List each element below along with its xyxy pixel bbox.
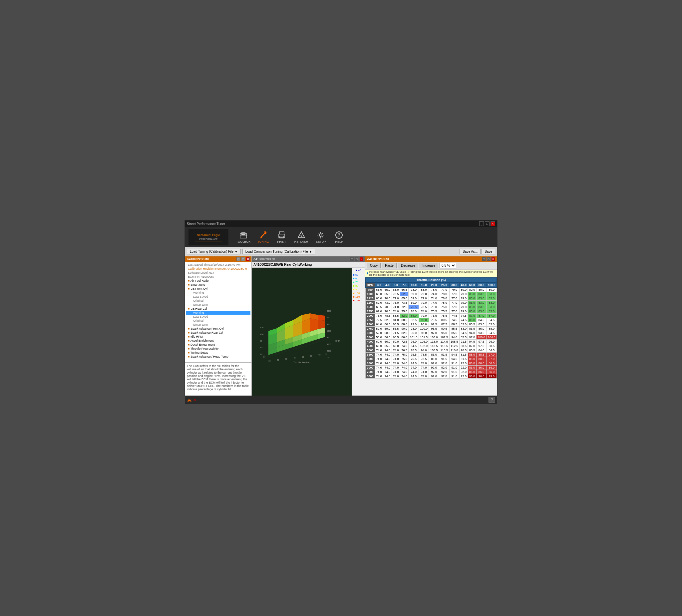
data-cell[interactable]: 83.0 xyxy=(468,309,476,314)
decrease-button[interactable]: Decrease xyxy=(398,263,418,268)
data-cell[interactable]: 118.0 xyxy=(429,340,439,344)
load-comparison-button[interactable]: Load Comparison Tuning (Calibration) Fil… xyxy=(243,249,315,254)
data-cell[interactable]: 83.0 xyxy=(486,322,497,327)
data-cell[interactable]: 90.0 xyxy=(400,327,409,331)
data-cell[interactable]: 80.0 xyxy=(476,288,486,292)
data-cell[interactable]: 95.0 xyxy=(439,331,449,335)
data-cell[interactable]: 83.0 xyxy=(468,292,476,296)
data-cell[interactable]: 81.0 xyxy=(392,318,400,322)
data-cell[interactable]: 59.0 xyxy=(374,327,383,331)
data-cell[interactable]: 60.5 xyxy=(392,335,400,340)
table-row[interactable]: 400060.060.060.072.596.0106.0118.0114.51… xyxy=(366,340,497,344)
data-cell[interactable]: 74.0 xyxy=(392,361,400,366)
data-cell[interactable]: 75.5 xyxy=(429,318,439,322)
data-cell[interactable]: 81.5 xyxy=(459,357,468,361)
data-cell[interactable]: 92.0 xyxy=(439,374,449,379)
data-cell[interactable]: 86.5 xyxy=(392,327,400,331)
data-cell[interactable]: 90.5 xyxy=(439,327,449,331)
right-ctrl-1[interactable]: □ xyxy=(482,257,486,261)
right-ctrl-close[interactable]: ✕ xyxy=(491,257,495,261)
data-cell[interactable]: 50.0 xyxy=(374,335,383,340)
data-cell[interactable]: 52.0 xyxy=(374,331,383,335)
data-cell[interactable]: 74.0 xyxy=(400,370,409,374)
data-cell[interactable]: 65.0 xyxy=(374,292,383,296)
tree-item-ve-front-smart[interactable]: -Smart tune xyxy=(186,303,250,307)
data-cell[interactable]: 74.0 xyxy=(383,348,392,352)
data-cell[interactable]: 78.0 xyxy=(439,292,449,296)
data-cell[interactable]: 74.0 xyxy=(409,366,419,370)
data-cell[interactable]: 74.0 xyxy=(374,374,383,379)
data-cell[interactable]: 80.5 xyxy=(400,318,409,322)
data-cell[interactable]: 79.0 xyxy=(418,301,429,305)
data-cell[interactable]: 75.5 xyxy=(409,352,419,357)
data-cell[interactable]: 86.0 xyxy=(476,361,486,366)
data-cell[interactable]: 116.5 xyxy=(439,344,449,348)
tree-item-ve-rear-working[interactable]: -Working xyxy=(186,311,250,315)
data-cell[interactable]: 79.0 xyxy=(459,305,468,309)
data-cell[interactable]: 74.0 xyxy=(383,366,392,370)
data-cell[interactable]: 69.0 xyxy=(409,296,419,301)
data-cell[interactable]: 74.0 xyxy=(429,292,439,296)
data-cell[interactable]: 94.0 xyxy=(468,331,476,335)
data-cell[interactable]: 74.0 xyxy=(374,357,383,361)
data-cell[interactable]: 78.5 xyxy=(418,352,429,357)
data-cell[interactable]: 77.0 xyxy=(439,288,449,292)
data-cell[interactable]: 91.0 xyxy=(449,370,459,374)
tree-item-afr[interactable]: ■ Air-Fuel Ratio xyxy=(186,279,250,283)
data-cell[interactable]: 59.0 xyxy=(383,327,392,331)
data-cell[interactable]: 114.5 xyxy=(439,340,449,344)
data-cell[interactable]: 94.0 xyxy=(449,335,459,340)
data-cell[interactable]: 74.0 xyxy=(383,374,392,379)
data-cell[interactable]: 88.5 xyxy=(476,352,486,357)
data-cell[interactable]: 93.5 xyxy=(476,331,486,335)
table-row[interactable]: 100065.065.073.562.569.079.074.078.077.0… xyxy=(366,292,497,296)
data-cell[interactable]: 72.5 xyxy=(374,318,383,322)
data-cell[interactable]: 96.0 xyxy=(486,340,497,344)
minimize-button[interactable]: _ xyxy=(479,222,484,226)
data-cell[interactable]: 65.0 xyxy=(374,344,383,348)
data-cell[interactable]: 82.5 xyxy=(400,331,409,335)
data-cell[interactable]: 90.5 xyxy=(459,348,468,352)
data-cell[interactable]: 81.5 xyxy=(459,352,468,357)
data-cell[interactable]: 74.0 xyxy=(374,348,383,352)
table-row[interactable]: 125062.073.076.073.569.079.074.078.077.0… xyxy=(366,301,497,305)
data-cell[interactable]: 83.0 xyxy=(486,292,497,296)
tree-item-spark-rear[interactable]: ■ Spark Advance Rear Cyl xyxy=(186,330,250,335)
data-cell[interactable]: 86.0 xyxy=(468,318,476,322)
data-cell[interactable]: 86.0 xyxy=(409,314,419,318)
help-btn[interactable]: ? xyxy=(488,397,495,403)
data-cell[interactable]: 103.0 xyxy=(429,335,439,340)
data-cell[interactable]: 77.0 xyxy=(449,309,459,314)
data-cell[interactable]: 84.5 xyxy=(459,331,468,335)
data-cell[interactable]: 83.5 xyxy=(468,322,476,327)
paste-button[interactable]: Paste xyxy=(382,263,396,268)
data-cell[interactable]: 105.5 xyxy=(429,348,439,352)
data-cell[interactable]: 94.0 xyxy=(418,348,429,352)
table-row[interactable]: 300052.058.571.582.596.098.097.095.085.5… xyxy=(366,331,497,335)
data-cell[interactable]: 77.0 xyxy=(392,296,400,301)
data-cell[interactable]: 107.5 xyxy=(439,335,449,340)
data-cell[interactable]: 83.0 xyxy=(418,288,429,292)
data-cell[interactable]: 97.0 xyxy=(468,335,476,340)
data-cell[interactable]: 91.5 xyxy=(439,357,449,361)
setup-button[interactable]: SETUP xyxy=(312,229,329,245)
tree-item-ecm-pn[interactable]: ECM PN: 41000057 xyxy=(186,275,250,279)
data-cell[interactable]: 91.5 xyxy=(459,340,468,344)
percent-dropdown[interactable]: 0.5 % 1.0 % 2.0 % 5.0 % xyxy=(439,263,456,268)
data-cell[interactable]: 74.0 xyxy=(418,370,429,374)
tree-item-idle-rpm[interactable]: ■ Idle RPM xyxy=(186,335,250,339)
data-cell[interactable]: 73.5 xyxy=(400,301,409,305)
data-cell[interactable]: 91.0 xyxy=(449,366,459,370)
data-cell[interactable]: 78.5 xyxy=(383,314,392,318)
data-cell[interactable]: 82.0 xyxy=(459,322,468,327)
data-cell[interactable]: 80.0 xyxy=(459,288,468,292)
data-cell[interactable]: 74.0 xyxy=(383,370,392,374)
data-cell[interactable]: 65.0 xyxy=(374,288,383,292)
data-cell[interactable]: 82.0 xyxy=(400,314,409,318)
data-cell[interactable]: 74.0 xyxy=(374,366,383,370)
data-cell[interactable]: 94.5 xyxy=(449,357,459,361)
data-cell[interactable]: 72.5 xyxy=(400,305,409,309)
data-cell[interactable]: 86.0 xyxy=(476,366,486,370)
data-cell[interactable]: 73.5 xyxy=(392,292,400,296)
table-row[interactable]: 112568.070.077.065.069.079.074.078.077.0… xyxy=(366,296,497,301)
